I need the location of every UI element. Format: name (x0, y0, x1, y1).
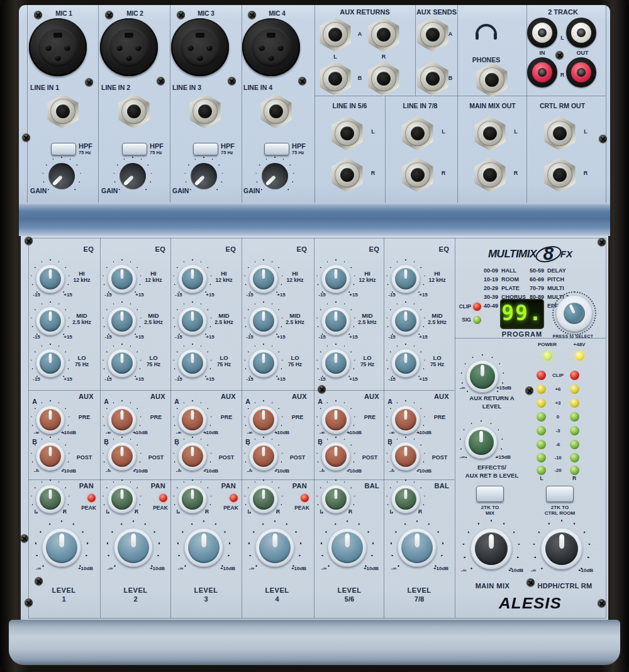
eq-hi-knob[interactable] (391, 264, 420, 293)
pan-right-label: R (60, 509, 70, 515)
aux-section-label: AUX (150, 393, 165, 400)
eq-hi-knob[interactable] (108, 264, 136, 293)
meter-row: -6 (535, 440, 583, 450)
io-jack-group: MAIN MIX OUT L R (457, 96, 528, 203)
line-in-label: LINE IN 2 (101, 84, 130, 91)
pan-section-label: BAL (364, 482, 379, 490)
fx-program-entry: 20-29PLATE (484, 285, 520, 292)
aux-max-label: +10dB (340, 430, 368, 435)
eq-hi-knob[interactable] (321, 264, 350, 293)
pan-right-label: R (273, 509, 283, 515)
screw (599, 135, 607, 143)
gain-knob[interactable] (260, 161, 290, 191)
level-knob[interactable] (328, 528, 367, 567)
meter-led-left (537, 398, 546, 408)
eq-mid-label: MID (66, 312, 97, 319)
hpf-button[interactable] (122, 143, 147, 155)
fx-program-entry: 60-69PITCH (530, 276, 564, 283)
eq-lo-knob[interactable] (249, 349, 278, 378)
io-l-label: L (579, 129, 593, 135)
level-knob[interactable] (42, 528, 81, 567)
xlr-pin (268, 55, 274, 61)
eq-lo-knob[interactable] (36, 349, 65, 378)
aux-section-label: AUX (434, 393, 449, 400)
meter-l-label: L (534, 476, 549, 481)
eq-lo-knob[interactable] (108, 349, 136, 378)
aux-b-mode-label: POST (142, 454, 170, 461)
aux-returns-group: AUX RETURNS A L R B (314, 5, 415, 96)
fx-program-range: 60-69 (530, 276, 545, 283)
aux-b-knob[interactable] (108, 442, 136, 471)
gain-knob[interactable] (47, 161, 77, 191)
screw (555, 51, 564, 59)
aux-b-knob[interactable] (36, 442, 65, 471)
eq-hi-freq: 12 kHz (138, 277, 169, 283)
gain-knob[interactable] (118, 161, 148, 191)
aux-min-label: -∞ (385, 430, 399, 435)
2tk-to-mix-button[interactable] (476, 486, 504, 502)
eq-mid-knob[interactable] (321, 306, 350, 335)
eq-min-label: -15 (172, 292, 186, 298)
eq-mid-knob[interactable] (108, 306, 136, 335)
program-encoder[interactable] (556, 295, 593, 332)
eq-min-label: -15 (30, 334, 43, 340)
fx-program-range: 00-09 (484, 267, 499, 274)
2tk-to-ctrl-room-button[interactable] (546, 486, 574, 502)
aux-b-knob[interactable] (249, 442, 278, 471)
xlr-pin (55, 55, 61, 61)
hpf-button[interactable] (193, 143, 218, 155)
hpf-button[interactable] (51, 143, 76, 155)
meter-scale-label: -10 (547, 455, 569, 461)
eq-mid-knob[interactable] (178, 306, 207, 335)
two-track-r-label: R (557, 72, 568, 78)
level-label: LEVEL (100, 587, 171, 594)
meter-scale-label: -20 (547, 468, 569, 473)
hpf-label: HPF (79, 142, 100, 150)
screw (105, 11, 113, 19)
fx-program-range: 40-49 (484, 303, 499, 310)
level-knob[interactable] (184, 528, 223, 567)
main-mix-knob[interactable] (470, 528, 512, 569)
eq-lo-label: LO (66, 354, 97, 361)
level-min-label: -∞ (316, 566, 331, 571)
eq-mid-knob[interactable] (249, 306, 278, 335)
two-track-out-left-rca (566, 18, 596, 48)
aux-min-label: -∞ (315, 468, 329, 474)
eq-mid-knob[interactable] (36, 306, 65, 335)
clip-led (473, 303, 481, 311)
eq-hi-freq: 12 kHz (66, 277, 97, 283)
eq-hi-knob[interactable] (249, 264, 278, 293)
eq-lo-label: LO (421, 354, 453, 361)
hdph-ctrl-rm-knob[interactable] (541, 528, 582, 569)
xlr-latch (267, 33, 276, 38)
program-display: 99. (500, 299, 544, 329)
aux-max-label: +10dB (197, 430, 225, 435)
eq-lo-knob[interactable] (391, 349, 420, 378)
eq-max-label: +15 (344, 292, 363, 298)
meter-led-right (570, 412, 579, 422)
eq-lo-knob[interactable] (321, 349, 350, 378)
aux-b-knob[interactable] (321, 442, 350, 471)
aux-b-knob[interactable] (178, 442, 207, 471)
aux-b-knob[interactable] (391, 442, 420, 471)
level-knob[interactable] (255, 528, 294, 567)
aux-b-mode-label: POST (212, 454, 241, 461)
aux-a-mode-label: PRE (143, 414, 169, 421)
eq-hi-label: HI (208, 270, 240, 277)
model-number: 8 (543, 244, 554, 263)
eq-min-label: -15 (385, 292, 399, 298)
level-max-label: +10dB (145, 566, 169, 571)
eq-hi-knob[interactable] (36, 264, 65, 293)
eq-hi-label: HI (66, 270, 97, 277)
eq-hi-knob[interactable] (178, 264, 207, 293)
gain-knob[interactable] (189, 161, 219, 191)
aux-max-label: +10dB (340, 468, 368, 474)
eq-mid-knob[interactable] (391, 306, 420, 335)
level-knob[interactable] (398, 528, 437, 567)
aux-min-label: -∞ (172, 430, 186, 435)
level-knob[interactable] (114, 528, 153, 567)
aux-max-label: +10dB (126, 468, 154, 474)
pan-left-label: L (103, 509, 113, 515)
hpf-button[interactable] (264, 143, 289, 155)
eq-lo-knob[interactable] (178, 349, 207, 378)
